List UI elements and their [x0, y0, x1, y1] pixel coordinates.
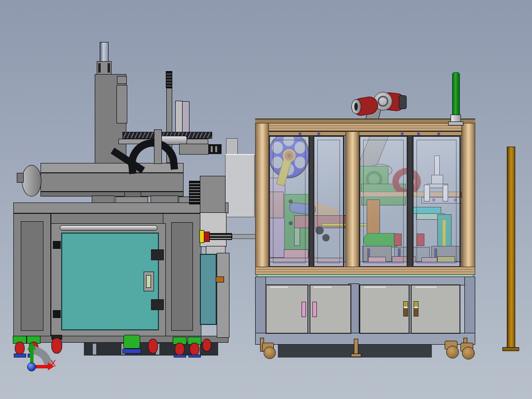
y-axis-arrowhead	[27, 342, 36, 350]
x-axis-label: X	[50, 359, 56, 368]
origin-triad: X	[0, 0, 532, 399]
origin-sphere	[27, 362, 36, 371]
x-axis-shaft	[36, 365, 48, 368]
cad-viewport[interactable]: X	[0, 0, 532, 399]
